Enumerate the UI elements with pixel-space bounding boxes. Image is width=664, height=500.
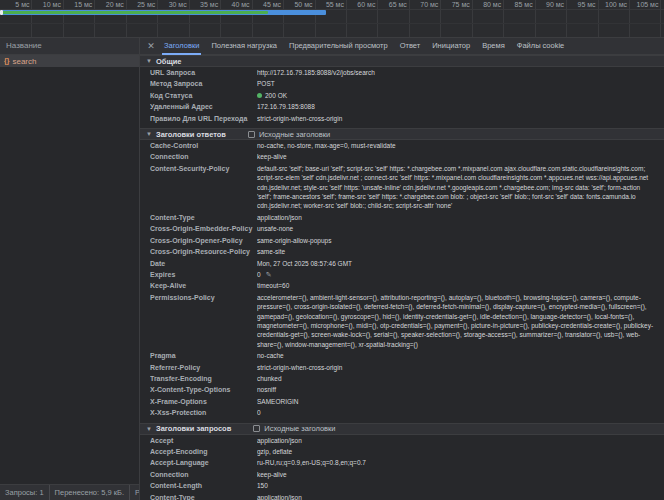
header-row: X-Xss-Protection0 <box>140 407 664 418</box>
edit-header-icon[interactable]: ✎ <box>266 271 272 278</box>
header-name: X-Frame-Options <box>150 397 257 406</box>
header-value: Mon, 27 Oct 2025 08:57:46 GMT <box>257 259 656 268</box>
header-value: accelerometer=(), ambient-light-sensor=(… <box>257 293 656 349</box>
tab-headers[interactable]: Заголовки <box>158 38 205 55</box>
main-split: Название {}search Запросы: 1Перенесено: … <box>0 38 664 500</box>
header-row: Pragmano-cache <box>140 350 664 361</box>
disclosure-triangle-icon: ▼ <box>146 424 152 434</box>
header-value: keep-alive <box>257 470 656 479</box>
header-row: Accept-Encodinggzip, deflate <box>140 446 664 457</box>
section-header-general[interactable]: ▼Общие <box>140 55 664 67</box>
timeline-tick-label: 50 мс <box>281 1 313 9</box>
timeline-tick-label: 25 мс <box>123 1 155 9</box>
header-name: Transfer-Encoding <box>150 374 257 383</box>
header-name: Accept-Language <box>150 458 257 467</box>
header-name: X-Content-Type-Options <box>150 385 257 394</box>
header-row: Content-Length150 <box>140 480 664 491</box>
header-row: Правило Для URL Переходаstrict-origin-wh… <box>140 113 664 124</box>
tab-timing[interactable]: Время <box>476 38 511 55</box>
request-list-empty-area <box>0 67 139 484</box>
header-name: Permissions-Policy <box>150 293 257 302</box>
timeline-tick-label: 80 мс <box>469 1 501 9</box>
request-list-item-search[interactable]: {}search <box>0 55 139 67</box>
header-name: Accept-Encoding <box>150 447 257 456</box>
timeline-gridline <box>660 0 661 37</box>
timeline-tick-label: 70 мс <box>406 1 438 9</box>
timeline-tick-label: 5 мс <box>0 1 29 9</box>
raw-headers-checkbox[interactable] <box>248 131 255 138</box>
header-value: keep-alive <box>257 152 656 161</box>
tab-payload[interactable]: Полезная нагрузка <box>205 38 283 55</box>
header-value: ru-RU,ru;q=0.9,en-US;q=0.8,en;q=0.7 <box>257 458 656 467</box>
header-value: 172.16.79.185:8088 <box>257 102 656 111</box>
status-cell-2: Ресурсы: 3,9 кБ <box>130 485 139 500</box>
timeline-tick-label: 35 мс <box>186 1 218 9</box>
header-value: 200 OK <box>257 91 656 100</box>
section-header-response-headers[interactable]: ▼Заголовки ответовИсходные заголовки <box>140 128 664 140</box>
tab-preview[interactable]: Предварительный просмотр <box>283 38 394 55</box>
status-cell-1: Перенесено: 5,9 кБ. <box>50 485 130 500</box>
header-value: same-site <box>257 247 656 256</box>
header-name: X-Xss-Protection <box>150 408 257 417</box>
timeline-tick-label: 90 мс <box>532 1 564 9</box>
timeline-tick-label: 30 мс <box>155 1 187 9</box>
header-row: Cache-Controlno-cache, no-store, max-age… <box>140 140 664 151</box>
timeline-tick-label: 10 мс <box>29 1 61 9</box>
header-value: nosniff <box>257 385 656 394</box>
header-name: Правило Для URL Перехода <box>150 114 257 123</box>
section-general: ▼ОбщиеURL Запросаhttp://172.16.79.185:80… <box>140 55 664 124</box>
header-name: Cache-Control <box>150 141 257 150</box>
header-value: 0✎ <box>257 270 656 279</box>
header-row: Content-Typeapplication/json <box>140 212 664 223</box>
header-value: 150 <box>257 481 656 490</box>
header-name: Content-Type <box>150 213 257 222</box>
request-name-label: search <box>12 57 36 66</box>
header-name: URL Запроса <box>150 68 257 77</box>
header-name: Cross-Origin-Resource-Policy <box>150 247 257 256</box>
tab-initiator[interactable]: Инициатор <box>426 38 476 55</box>
section-request-headers: ▼Заголовки запросовИсходные заголовкиAcc… <box>140 423 664 500</box>
tab-cookies[interactable]: Файлы cookie <box>511 38 571 55</box>
tab-strip: ЗаголовкиПолезная нагрузкаПредварительны… <box>158 38 570 55</box>
waiting-segment <box>2 11 268 14</box>
header-value: application/json <box>257 493 656 500</box>
header-value: chunked <box>257 374 656 383</box>
raw-headers-toggle: Исходные заголовки <box>253 424 335 433</box>
headers-pane: ▼ОбщиеURL Запросаhttp://172.16.79.185:80… <box>140 55 664 500</box>
header-name: Метод Запроса <box>150 79 257 88</box>
request-list-name-header: Название <box>0 38 139 55</box>
header-row: Cross-Origin-Resource-Policysame-site <box>140 246 664 257</box>
timeline-tick-label: 60 мс <box>343 1 375 9</box>
header-name: Referrer-Policy <box>150 363 257 372</box>
raw-headers-checkbox[interactable] <box>253 425 260 432</box>
raw-headers-toggle: Исходные заголовки <box>248 130 330 139</box>
header-row: URL Запросаhttp://172.16.79.185:8088/v2/… <box>140 67 664 78</box>
header-name: Date <box>150 259 257 268</box>
network-overview-timeline[interactable]: 5 мс10 мс15 мс20 мс25 мс30 мс35 мс40 мс4… <box>0 0 664 38</box>
header-name: Код Статуса <box>150 91 257 100</box>
header-value: no-cache, no-store, max-age=0, must-reva… <box>257 141 656 150</box>
raw-headers-label: Исходные заголовки <box>259 130 330 139</box>
header-value: http://172.16.79.185:8088/v2/jobs/search <box>257 68 656 77</box>
request-detail-panel: ✕ ЗаголовкиПолезная нагрузкаПредваритель… <box>140 38 664 500</box>
timeline-tick-label: 40 мс <box>218 1 250 9</box>
timeline-tick-label: 45 мс <box>249 1 281 9</box>
header-name: Connection <box>150 470 257 479</box>
network-status-bar: Запросы: 1Перенесено: 5,9 кБ.Ресурсы: 3,… <box>0 484 139 500</box>
status-ok-dot <box>257 93 262 98</box>
timeline-tick-label: 105 мс <box>626 1 658 9</box>
header-value: default-src 'self'; base-uri 'self'; scr… <box>257 164 656 211</box>
header-name: Cross-Origin-Opener-Policy <box>150 236 257 245</box>
close-icon[interactable]: ✕ <box>144 38 158 54</box>
header-value: application/json <box>257 213 656 222</box>
header-name: Expires <box>150 270 257 279</box>
header-row: Referrer-Policystrict-origin-when-cross-… <box>140 362 664 373</box>
section-header-request-headers[interactable]: ▼Заголовки запросовИсходные заголовки <box>140 423 664 435</box>
header-name: Cross-Origin-Embedder-Policy <box>150 224 257 233</box>
tab-response[interactable]: Ответ <box>394 38 427 55</box>
header-row: Connectionkeep-alive <box>140 151 664 162</box>
timeline-tick-label: 85 мс <box>501 1 533 9</box>
header-name: Pragma <box>150 351 257 360</box>
header-name: Accept <box>150 436 257 445</box>
timeline-tick-label: 75 мс <box>438 1 470 9</box>
